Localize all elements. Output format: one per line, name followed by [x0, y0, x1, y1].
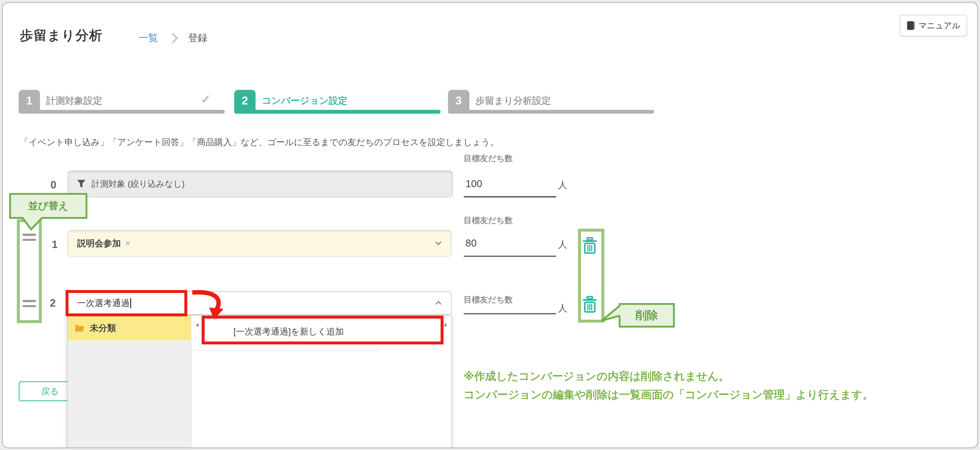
breadcrumb-chevron-icon [168, 33, 178, 43]
tab-3-label: 歩留まり分析設定 [476, 94, 551, 107]
page: 歩留まり分析 一覧 登録 マニュアル 1 計測対象設定 ✓ 2 コンバージョン設… [0, 0, 980, 450]
delete-annotation-bubble: 削除 [619, 303, 675, 327]
annotation-note: ※作成したコンバージョンの内容は削除されません。 コンバージョンの編集や削除は一… [464, 367, 964, 404]
sort-handles-highlight-box [17, 219, 42, 323]
main-card: 歩留まり分析 一覧 登録 マニュアル 1 計測対象設定 ✓ 2 コンバージョン設… [2, 2, 978, 448]
page-title: 歩留まり分析 [20, 27, 103, 44]
unit-label: 人 [558, 302, 568, 314]
row-index: 0 [51, 179, 56, 191]
goal-label: 目標友だち数 [464, 215, 513, 226]
back-button-label: 戻る [41, 385, 59, 397]
tab-1-bar [19, 110, 225, 114]
add-option-highlight-box [202, 316, 444, 345]
book-icon [907, 21, 915, 30]
tab-1-label: 計測対象設定 [46, 94, 102, 107]
dropdown-category-label: 未分類 [90, 322, 116, 334]
chevron-down-icon [435, 241, 442, 246]
dropdown-category-column: 未分類 [68, 316, 191, 448]
row-index: 2 [50, 297, 56, 309]
tab-2-label: コンバージョン設定 [262, 94, 347, 107]
red-arrow [184, 284, 231, 325]
note-line-1: ※作成したコンバージョンの内容は削除されません。 [464, 367, 964, 385]
dropdown-category-uncategorized[interactable]: 未分類 [68, 316, 191, 340]
check-icon: ✓ [201, 92, 211, 107]
step-description: 「イベント申し込み」「アンケート回答」「商品購入」など、ゴールに至るまでの友だち… [20, 136, 499, 148]
filter-icon [76, 179, 86, 189]
tab-step-1[interactable]: 1 計測対象設定 ✓ [19, 90, 225, 114]
conversion-select-1[interactable]: 説明会参加 × [67, 230, 452, 257]
goal-input-2-underline[interactable] [464, 313, 556, 314]
sort-annotation-label: 並び替え [28, 199, 68, 212]
sort-bubble-pointer [19, 216, 47, 232]
tab-3-bar [448, 110, 654, 114]
dropdown-item-separator [138, 350, 380, 351]
row-index: 1 [52, 238, 57, 251]
tab-step-3[interactable]: 3 歩留まり分析設定 [448, 90, 654, 114]
tab-2-bar [234, 110, 441, 114]
conversion-select-1-value: 説明会参加 [77, 237, 121, 249]
folder-open-icon [74, 324, 85, 332]
delete-annotation-label: 削除 [636, 308, 658, 323]
tab-2-number: 2 [234, 90, 256, 111]
goal-input-0[interactable]: 100 [466, 178, 482, 189]
tab-step-2[interactable]: 2 コンバージョン設定 [234, 90, 441, 114]
unit-label: 人 [558, 238, 568, 251]
unit-label: 人 [558, 179, 568, 191]
note-line-2: コンバージョンの編集や削除は一覧画面の「コンバージョン管理」より行えます。 [464, 385, 964, 404]
manual-button-label: マニュアル [919, 20, 960, 31]
breadcrumb-current: 登録 [188, 31, 207, 45]
tab-1-number: 1 [19, 90, 40, 111]
breadcrumb-link-list[interactable]: 一覧 [138, 31, 158, 45]
goal-input-0-underline [464, 196, 556, 198]
sort-annotation-bubble: 並び替え [9, 193, 88, 219]
manual-button[interactable]: マニュアル [900, 15, 967, 37]
goal-label: 目標友だち数 [464, 294, 513, 305]
chevron-up-icon [435, 301, 442, 306]
goal-input-1[interactable]: 80 [466, 238, 477, 249]
remove-tag-icon[interactable]: × [125, 239, 130, 248]
measure-target-field: 計測対象 (絞り込みなし) [67, 171, 453, 198]
measure-target-value: 計測対象 (絞り込みなし) [92, 179, 185, 190]
goal-input-1-underline [464, 256, 556, 257]
tab-3-number: 3 [448, 90, 469, 111]
typed-input-highlight-box [65, 290, 188, 316]
delete-bubble-pointer [597, 302, 622, 324]
goal-label: 目標友だち数 [464, 153, 513, 164]
